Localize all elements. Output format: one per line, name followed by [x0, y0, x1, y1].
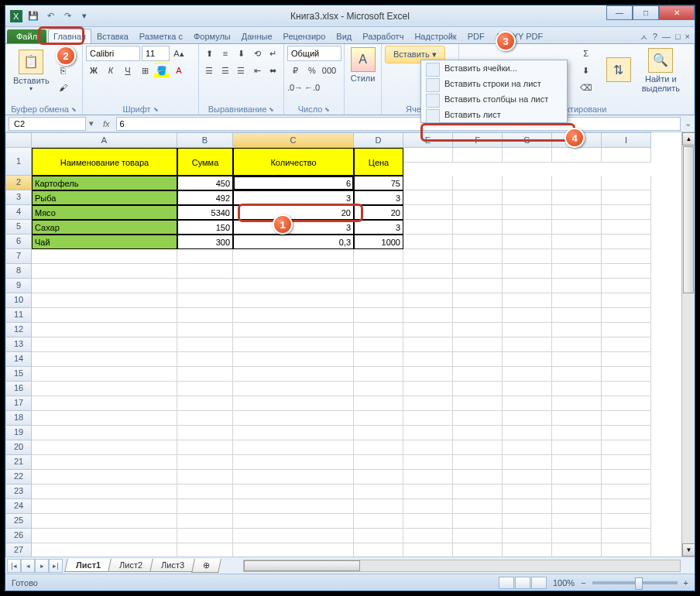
row-header-26[interactable]: 26 [5, 529, 32, 543]
cell-C10[interactable] [233, 293, 354, 308]
cell-C17[interactable] [233, 396, 354, 411]
row-header-10[interactable]: 10 [5, 293, 32, 308]
cell-G25[interactable] [503, 514, 552, 529]
cell-C7[interactable] [233, 249, 354, 264]
sort-filter-button[interactable]: ⇅ [602, 56, 636, 85]
col-header-D[interactable]: D [354, 132, 403, 148]
normal-view-icon[interactable] [499, 577, 514, 589]
cell-A10[interactable] [32, 293, 177, 308]
cell-A7[interactable] [32, 249, 177, 264]
cell-B24[interactable] [177, 499, 233, 514]
insert-rows-menuitem[interactable]: Вставить строки на лист [421, 76, 567, 91]
cell-E26[interactable] [403, 529, 453, 543]
row-header-27[interactable]: 27 [5, 543, 32, 557]
cell-F18[interactable] [453, 411, 503, 426]
row-header-7[interactable]: 7 [5, 249, 32, 264]
cell-A9[interactable] [32, 279, 177, 293]
cell-D14[interactable] [354, 352, 403, 367]
cell-A8[interactable] [32, 264, 177, 279]
cell-H21[interactable] [552, 455, 602, 470]
cell-C9[interactable] [233, 279, 354, 293]
bold-icon[interactable]: Ж [86, 63, 101, 78]
cell-G22[interactable] [503, 470, 552, 485]
cell-F20[interactable] [453, 440, 503, 455]
cell-I11[interactable] [602, 308, 651, 323]
tab-надстройк[interactable]: Надстройк [409, 29, 462, 43]
cell-B5[interactable]: 150 [177, 220, 233, 235]
cell-A2[interactable]: Картофель [32, 176, 177, 190]
cell-E18[interactable] [403, 411, 453, 426]
tab-вставка[interactable]: Вставка [91, 29, 134, 43]
currency-icon[interactable]: ₽ [287, 63, 303, 78]
autosum-icon[interactable]: Σ [578, 46, 594, 61]
cell-E17[interactable] [403, 396, 453, 411]
cell-F7[interactable] [453, 249, 503, 264]
cell-I18[interactable] [602, 411, 651, 426]
maximize-button[interactable]: □ [633, 5, 659, 20]
row-header-17[interactable]: 17 [5, 396, 32, 411]
cell-I10[interactable] [602, 293, 651, 308]
cell-E4[interactable] [403, 205, 453, 220]
cell-E23[interactable] [403, 485, 453, 499]
cell-E6[interactable] [403, 235, 453, 249]
cell-G1[interactable] [503, 148, 552, 163]
cell-G27[interactable] [503, 543, 552, 557]
cell-D23[interactable] [354, 485, 403, 499]
cell-C16[interactable] [233, 382, 354, 396]
cell-D10[interactable] [354, 293, 403, 308]
cell-F3[interactable] [453, 190, 503, 205]
insert-cells-menuitem[interactable]: Вставить ячейки... [421, 60, 567, 76]
cell-I27[interactable] [602, 543, 651, 557]
cell-I16[interactable] [602, 382, 651, 396]
cell-C12[interactable] [233, 323, 354, 337]
cell-H23[interactable] [552, 485, 602, 499]
cell-I26[interactable] [602, 529, 651, 543]
cell-I17[interactable] [602, 396, 651, 411]
cell-C21[interactable] [233, 455, 354, 470]
cell-B1[interactable]: Сумма [177, 148, 233, 176]
cell-I2[interactable] [602, 176, 651, 190]
cell-H24[interactable] [552, 499, 602, 514]
tab-pdf[interactable]: PDF [462, 29, 490, 43]
sheet-tab-Лист3[interactable]: Лист3 [149, 559, 196, 572]
cell-G4[interactable] [503, 205, 552, 220]
cell-C8[interactable] [233, 264, 354, 279]
next-sheet-icon[interactable]: ▸ [35, 559, 49, 573]
cell-B21[interactable] [177, 455, 233, 470]
sheet-tab-Лист1[interactable]: Лист1 [64, 559, 112, 572]
cell-D8[interactable] [354, 264, 403, 279]
cell-D3[interactable]: 3 [354, 190, 403, 205]
cell-E1[interactable] [403, 148, 453, 163]
orientation-icon[interactable]: ⟲ [250, 46, 265, 61]
col-header-G[interactable]: G [503, 132, 552, 148]
cell-B25[interactable] [177, 514, 233, 529]
col-header-I[interactable]: I [602, 132, 651, 148]
cell-H22[interactable] [552, 470, 602, 485]
cell-B19[interactable] [177, 426, 233, 440]
cell-H8[interactable] [552, 264, 602, 279]
cell-D1[interactable]: Цена [354, 148, 403, 176]
col-header-E[interactable]: E [403, 132, 453, 148]
cell-A11[interactable] [32, 308, 177, 323]
cell-I23[interactable] [602, 485, 651, 499]
cell-F27[interactable] [453, 543, 503, 557]
cell-G7[interactable] [503, 249, 552, 264]
cell-E3[interactable] [403, 190, 453, 205]
cell-A1[interactable]: Наименование товара [32, 148, 177, 176]
cell-G14[interactable] [503, 352, 552, 367]
cell-C15[interactable] [233, 367, 354, 382]
cell-C19[interactable] [233, 426, 354, 440]
first-sheet-icon[interactable]: |◂ [7, 559, 21, 573]
wrap-text-icon[interactable]: ↵ [266, 46, 280, 61]
cell-F19[interactable] [453, 426, 503, 440]
cell-F11[interactable] [453, 308, 503, 323]
cell-I7[interactable] [602, 249, 651, 264]
qat-more-icon[interactable]: ▾ [77, 9, 92, 24]
merge-icon[interactable]: ⬌ [266, 63, 280, 78]
cell-F1[interactable] [453, 148, 503, 163]
number-format-select[interactable]: Общий [287, 46, 341, 61]
cell-A27[interactable] [32, 543, 177, 557]
sheet-tab-Лист2[interactable]: Лист2 [108, 559, 154, 572]
cell-C25[interactable] [233, 514, 354, 529]
row-header-1[interactable]: 1 [5, 148, 32, 176]
